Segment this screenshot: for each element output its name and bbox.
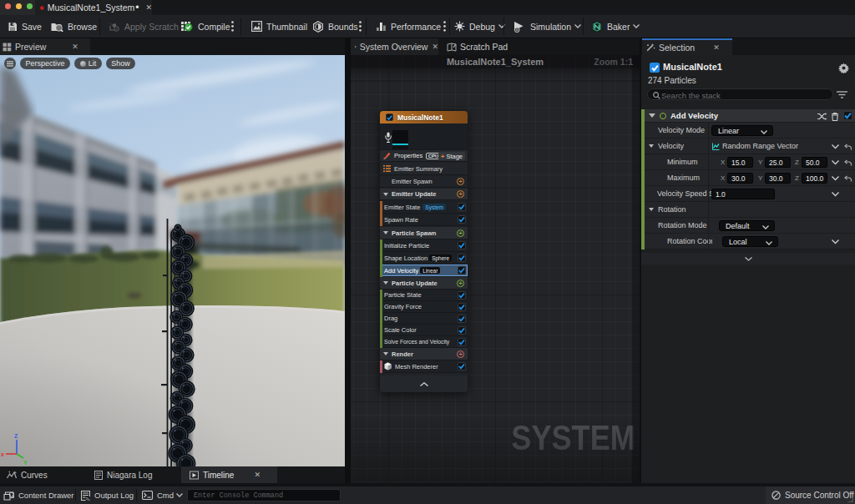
svg-text:x: x [1,451,4,457]
svg-text:Y: Y [23,460,28,466]
svg-text:Z: Z [14,433,18,439]
